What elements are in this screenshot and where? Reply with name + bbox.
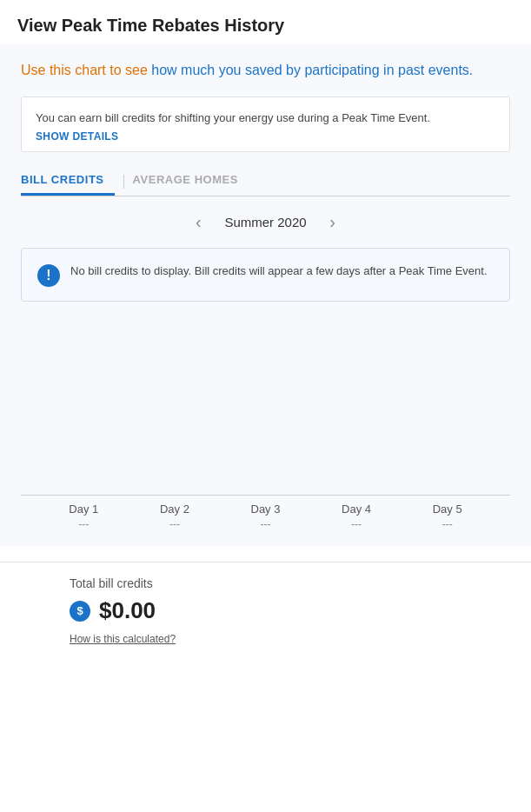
day-5-value: ---: [442, 518, 453, 530]
next-season-button[interactable]: ›: [322, 212, 343, 232]
no-data-box: ! No bill credits to display. Bill credi…: [21, 248, 510, 302]
total-label: Total bill credits: [70, 576, 514, 590]
tab-divider: [123, 175, 124, 189]
info-icon: !: [37, 264, 60, 287]
page-title: View Peak Time Rebates History: [17, 16, 514, 36]
tab-bill-credits[interactable]: BILL CREDITS: [21, 168, 115, 196]
day-col-1: Day 1 ---: [57, 503, 110, 530]
page-container: View Peak Time Rebates History Use this …: [0, 0, 531, 812]
day-1-label: Day 1: [69, 503, 98, 516]
total-amount-row: $ $0.00: [70, 597, 514, 624]
day-col-3: Day 3 ---: [239, 503, 291, 530]
day-col-5: Day 5 ---: [421, 503, 474, 530]
page-header: View Peak Time Rebates History: [0, 0, 531, 44]
dollar-icon: $: [70, 601, 90, 622]
day-5-label: Day 5: [433, 503, 462, 516]
tab-average-homes[interactable]: AVERAGE HOMES: [133, 168, 249, 196]
day-2-label: Day 2: [160, 503, 189, 516]
day-2-value: ---: [169, 518, 180, 530]
day-col-4: Day 4 ---: [330, 503, 382, 530]
chart-description-part1: Use this chart to see: [21, 63, 151, 77]
chart-area: [21, 317, 510, 491]
day-1-value: ---: [78, 518, 89, 530]
total-amount: $0.00: [99, 597, 156, 624]
chart-description: Use this chart to see how much you saved…: [21, 60, 510, 81]
day-3-value: ---: [260, 518, 270, 530]
info-box: You can earn bill credits for shifting y…: [21, 97, 510, 152]
chart-section: Use this chart to see how much you saved…: [0, 44, 531, 546]
day-labels-row: Day 1 --- Day 2 --- Day 3 --- Day 4 --- …: [21, 495, 510, 530]
info-box-text: You can earn bill credits for shifting y…: [36, 111, 430, 124]
how-calculated-link[interactable]: How is this calculated?: [70, 633, 176, 645]
day-4-label: Day 4: [342, 503, 371, 516]
day-col-2: Day 2 ---: [149, 503, 201, 530]
totals-section: Total bill credits $ $0.00 How is this c…: [0, 562, 531, 663]
chart-description-part2: how much you saved by participating in p…: [151, 63, 473, 77]
season-nav: ‹ Summer 2020 ›: [21, 212, 510, 232]
day-3-label: Day 3: [251, 503, 281, 516]
day-4-value: ---: [351, 518, 362, 530]
tabs-row: BILL CREDITS AVERAGE HOMES: [21, 168, 510, 196]
no-data-text: No bill credits to display. Bill credits…: [70, 263, 488, 280]
prev-season-button[interactable]: ‹: [188, 212, 209, 232]
season-label: Summer 2020: [224, 215, 306, 230]
show-details-link[interactable]: SHOW DETAILS: [36, 130, 495, 143]
